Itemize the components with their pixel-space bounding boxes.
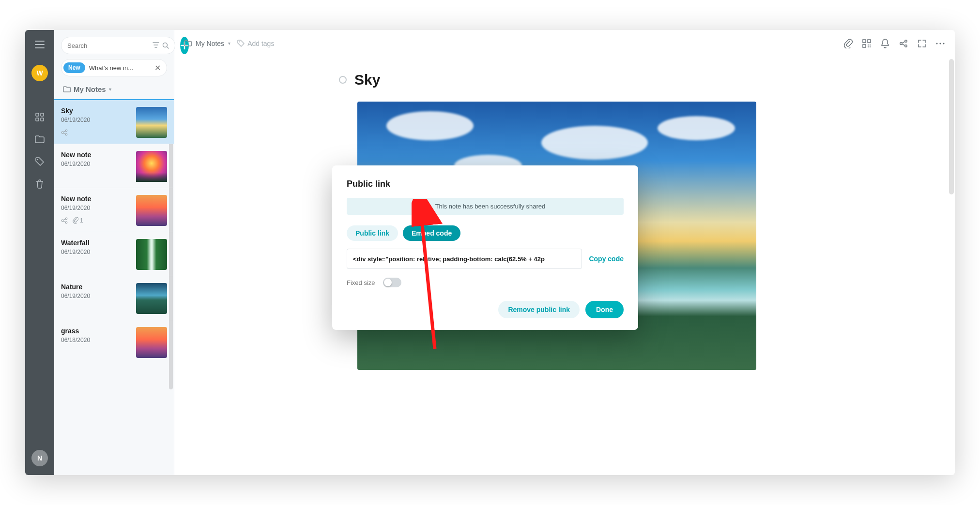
svg-point-24 <box>939 43 941 44</box>
menu-icon[interactable] <box>34 39 46 50</box>
svg-point-8 <box>65 134 67 135</box>
svg-point-9 <box>61 220 63 222</box>
svg-rect-1 <box>41 113 44 116</box>
done-button[interactable]: Done <box>585 301 624 318</box>
tab-embed-code[interactable]: Embed code <box>403 225 460 241</box>
note-item-date: 06/18/2020 <box>61 337 130 343</box>
chevron-down-icon: ▾ <box>228 41 230 46</box>
note-item-title: grass <box>61 327 130 335</box>
breadcrumb-folder: My Notes <box>196 40 224 47</box>
svg-rect-17 <box>870 45 871 45</box>
copy-code-button[interactable]: Copy code <box>589 255 624 263</box>
tab-public-link[interactable]: Public link <box>347 225 398 241</box>
search-input[interactable] <box>67 42 149 49</box>
svg-rect-0 <box>36 113 39 116</box>
success-banner: ✓ This note has been successfully shared <box>347 198 624 215</box>
svg-rect-15 <box>863 45 866 47</box>
new-badge: New <box>63 62 85 73</box>
nav-rail: W N <box>25 30 54 475</box>
bell-icon[interactable] <box>880 39 890 48</box>
svg-rect-3 <box>41 118 44 121</box>
note-item[interactable]: Nature06/19/2020 <box>54 276 174 320</box>
more-icon[interactable] <box>935 39 945 48</box>
note-thumbnail <box>136 107 167 138</box>
svg-point-7 <box>65 130 67 132</box>
note-item[interactable]: Waterfall06/19/2020 <box>54 232 174 276</box>
success-message: This note has been successfully shared <box>435 203 546 210</box>
note-item-date: 06/19/2020 <box>61 161 130 167</box>
user-avatar[interactable]: N <box>31 450 48 466</box>
workspace-avatar[interactable]: W <box>31 65 48 81</box>
svg-rect-2 <box>36 118 39 121</box>
svg-point-6 <box>61 132 63 134</box>
svg-point-20 <box>900 42 902 44</box>
close-icon[interactable]: ✕ <box>153 63 163 73</box>
note-item-title: Sky <box>61 107 130 115</box>
attach-icon[interactable] <box>843 39 853 48</box>
fixed-size-toggle[interactable] <box>383 278 401 287</box>
note-item-title: New note <box>61 151 130 159</box>
expand-icon[interactable] <box>917 39 927 48</box>
svg-point-21 <box>905 40 907 42</box>
note-thumbnail <box>136 283 167 314</box>
note-thumbnail <box>136 327 167 358</box>
embed-code-field[interactable]: <div style="position: relative; padding-… <box>347 249 582 269</box>
svg-point-4 <box>37 159 38 160</box>
svg-point-11 <box>65 222 67 223</box>
whats-new-text: What's new in... <box>89 64 149 72</box>
search-box[interactable] <box>61 37 175 54</box>
main-panel: My Notes ▾ Add tags Sky <box>174 30 955 475</box>
apps-icon[interactable] <box>34 111 46 123</box>
svg-rect-18 <box>868 46 869 47</box>
note-item[interactable]: New note06/19/20201 <box>54 188 174 232</box>
share-icon <box>61 217 68 224</box>
dialog-title: Public link <box>347 179 624 189</box>
notes-list[interactable]: Sky06/19/2020New note06/19/2020New note0… <box>54 99 174 475</box>
qr-icon[interactable] <box>862 39 872 48</box>
sidebar: New What's new in... ✕ My Notes ▾ Sky06/… <box>54 30 174 475</box>
svg-point-12 <box>239 42 240 43</box>
note-item[interactable]: grass06/18/2020 <box>54 320 174 364</box>
note-thumbnail <box>136 151 167 182</box>
add-tags-text: Add tags <box>247 40 274 47</box>
note-item[interactable]: Sky06/19/2020 <box>54 99 174 144</box>
tag-icon[interactable] <box>34 156 46 167</box>
svg-rect-19 <box>870 46 871 47</box>
topbar: My Notes ▾ Add tags <box>174 30 955 57</box>
folder-header[interactable]: My Notes ▾ <box>54 81 174 99</box>
app-window: W N <box>25 30 955 475</box>
svg-point-5 <box>163 43 168 47</box>
note-item[interactable]: New note06/19/2020 <box>54 144 174 188</box>
folder-label: My Notes <box>74 85 106 93</box>
whats-new-banner[interactable]: New What's new in... ✕ <box>61 59 167 76</box>
filter-icon[interactable] <box>153 42 159 49</box>
svg-rect-14 <box>868 40 871 43</box>
public-link-dialog: Public link ✓ This note has been success… <box>332 165 638 330</box>
note-item-date: 06/19/2020 <box>61 117 130 123</box>
svg-point-10 <box>65 218 67 220</box>
svg-rect-16 <box>868 45 869 45</box>
attach-icon: 1 <box>73 217 83 224</box>
breadcrumb[interactable]: My Notes ▾ <box>184 40 230 47</box>
search-icon[interactable] <box>162 42 169 49</box>
note-thumbnail <box>136 239 167 270</box>
fixed-size-label: Fixed size <box>347 279 375 286</box>
note-item-date: 06/19/2020 <box>61 249 130 255</box>
share-icon <box>61 129 68 136</box>
svg-point-22 <box>905 45 907 46</box>
note-item-title: New note <box>61 195 130 203</box>
note-item-title: Nature <box>61 283 130 291</box>
svg-rect-13 <box>863 40 866 43</box>
trash-icon[interactable] <box>34 178 46 190</box>
main-scrollbar[interactable] <box>949 59 954 194</box>
note-item-date: 06/19/2020 <box>61 293 130 299</box>
chevron-down-icon: ▾ <box>109 87 111 92</box>
check-icon: ✓ <box>425 203 430 210</box>
remove-link-button[interactable]: Remove public link <box>498 301 580 318</box>
note-title[interactable]: Sky <box>354 72 380 88</box>
add-tags[interactable]: Add tags <box>237 40 274 47</box>
svg-point-25 <box>943 43 944 44</box>
todo-toggle[interactable] <box>339 76 347 84</box>
share-icon[interactable] <box>899 39 908 48</box>
folder-icon[interactable] <box>34 134 46 145</box>
